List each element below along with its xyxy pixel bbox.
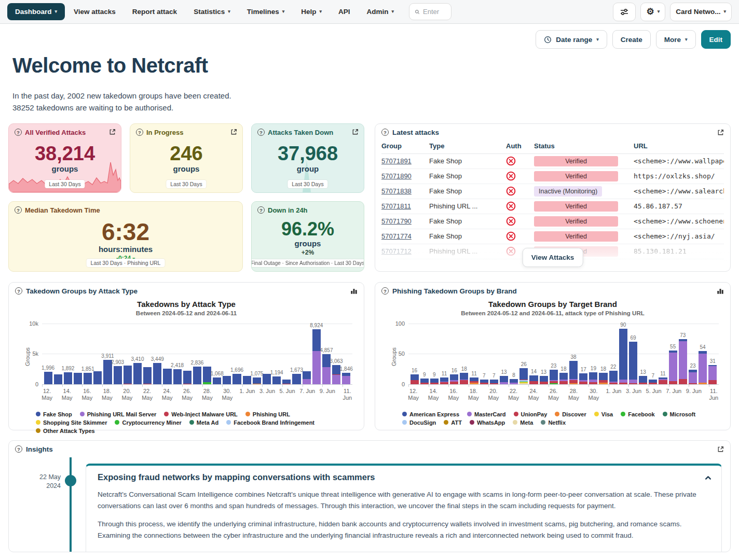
nav-item-report-attack[interactable]: Report attack [125,3,185,20]
bar-10-jun[interactable]: 54 [699,351,707,384]
bar-28-may[interactable] [203,367,211,384]
help-icon[interactable]: ? [257,129,265,136]
filters-button[interactable] [613,3,636,21]
nav-item-help[interactable]: Help▾ [293,3,330,20]
nav-item-view-attacks[interactable]: View attacks [66,3,124,20]
bar-12-may[interactable]: 16 [410,374,419,384]
account-menu-button[interactable]: Card Netwo... ▾ [670,3,732,21]
bar-14-may[interactable]: 9 [430,379,439,384]
bar-22-may[interactable] [143,367,152,384]
bar-27-may[interactable]: 2,836 [193,367,201,384]
bar-3-jun[interactable]: 69 [629,342,637,384]
edit-button[interactable]: Edit [701,30,731,49]
bar-11-jun[interactable]: 31 [708,365,717,384]
help-icon[interactable]: ? [381,129,389,136]
bar-17-may[interactable] [93,371,102,384]
help-icon[interactable]: ? [15,206,22,214]
bar-16-may[interactable]: 16 [450,374,458,384]
bar-22-may[interactable]: 8 [510,379,518,384]
bar-19-may[interactable]: 2,903 [114,366,122,384]
auth-denied-icon[interactable] [506,201,516,211]
legend-item-phishing-url[interactable]: Phishing URL [245,411,290,417]
bar-23-may[interactable]: 3,449 [153,363,161,384]
bar-17-may[interactable]: 18 [460,373,468,384]
bar-31-may[interactable]: 1,696 [232,374,241,384]
bar-5-jun[interactable]: 7 [649,380,657,384]
bar-13-may[interactable] [54,374,62,384]
bar-1-jun[interactable] [243,376,251,384]
bar-25-may[interactable]: 2,418 [173,369,182,384]
view-attacks-button[interactable]: View Attacks [523,248,583,267]
legend-item-american-express[interactable]: American Express [402,411,459,417]
external-link-icon[interactable] [717,129,724,136]
auth-denied-icon[interactable] [506,246,516,256]
nav-item-dashboard[interactable]: Dashboard▾ [7,3,65,20]
bar-29-may[interactable]: 1,068 [213,377,221,384]
legend-item-whatsapp[interactable]: WhatsApp [470,419,505,426]
bar-12-may[interactable]: 1,996 [44,372,52,384]
group-link[interactable]: 57071890 [381,172,412,180]
bar-5-jun[interactable] [282,380,291,384]
chart-type-icon[interactable] [350,287,358,295]
bar-24-may[interactable]: 14 [529,375,538,384]
bar-24-may[interactable] [163,369,171,384]
legend-item-mastercard[interactable]: MasterCard [467,411,506,417]
bar-1-jun[interactable]: 22 [609,371,618,384]
bar-15-may[interactable] [74,373,82,384]
bar-18-may[interactable]: 11 [470,377,478,384]
bar-20-may[interactable] [124,366,132,384]
legend-item-discover[interactable]: Discover [555,411,586,417]
auth-denied-icon[interactable] [506,156,516,166]
legend-item-meta[interactable]: Meta [513,419,533,426]
bar-14-may[interactable]: 1,892 [64,372,72,384]
auth-denied-icon[interactable] [506,171,516,181]
bar-11-jun[interactable]: 1,846 [342,373,350,384]
settings-button[interactable]: ⚙ ▾ [640,3,665,21]
bar-26-may[interactable] [183,371,191,384]
bar-15-may[interactable]: 11 [440,377,448,384]
legend-item-docusign[interactable]: DocuSign [402,419,436,426]
bar-9-jun[interactable]: 23 [689,370,697,384]
bar-10-jun[interactable]: 3,063 [332,365,340,384]
bar-21-may[interactable]: 3,410 [133,363,142,384]
search-box[interactable] [409,3,451,20]
nav-item-timelines[interactable]: Timelines▾ [239,3,293,20]
legend-item-other-attack-types[interactable]: Other Attack Types [36,428,95,434]
legend-item-unionpay[interactable]: UnionPay [514,411,548,417]
bar-31-may[interactable]: 18 [599,373,607,384]
search-input[interactable] [423,8,446,16]
legend-item-facebook[interactable]: Facebook [621,411,654,417]
legend-item-visa[interactable]: Visa [594,411,613,417]
auth-denied-icon[interactable] [506,216,516,226]
bar-7-jun[interactable] [303,371,311,384]
help-icon[interactable]: ? [15,129,22,136]
bar-3-jun[interactable] [263,374,271,384]
help-icon[interactable]: ? [257,206,265,214]
bar-7-jun[interactable]: 55 [669,351,677,384]
auth-denied-icon[interactable] [506,231,516,241]
bar-23-may[interactable]: 26 [519,368,528,384]
bar-19-may[interactable]: 7 [480,380,488,384]
group-link[interactable]: 57071790 [381,217,412,225]
legend-item-cryptocurrency-miner[interactable]: Cryptocurrency Miner [115,419,181,426]
nav-item-api[interactable]: API [331,3,358,20]
bar-30-may[interactable] [223,376,231,384]
bar-8-jun[interactable]: 73 [679,339,687,384]
bar-25-may[interactable]: 13 [540,376,548,384]
date-range-button[interactable]: Date range ▾ [536,30,607,49]
bar-8-jun[interactable]: 8,924 [312,329,321,384]
legend-item-web-inject-malware-url[interactable]: Web-Inject Malware URL [164,411,238,417]
chevron-up-icon[interactable] [704,474,712,482]
bar-26-may[interactable]: 23 [550,370,558,384]
bar-2-jun[interactable]: 1,075 [253,377,261,384]
bar-6-jun[interactable]: 11 [659,377,667,384]
bar-6-jun[interactable]: 1,673 [292,374,300,384]
external-link-icon[interactable] [109,129,116,135]
group-link[interactable]: 57071712 [381,247,412,255]
bar-4-jun[interactable]: 1,194 [272,376,281,384]
legend-item-phishing-url-mail-server[interactable]: Phishing URL Mail Server [80,411,157,417]
group-link[interactable]: 57071774 [381,232,412,240]
legend-item-meta-ad[interactable]: Meta Ad [189,419,218,426]
group-link[interactable]: 57071891 [381,157,412,165]
bar-18-may[interactable]: 3,911 [103,360,112,384]
